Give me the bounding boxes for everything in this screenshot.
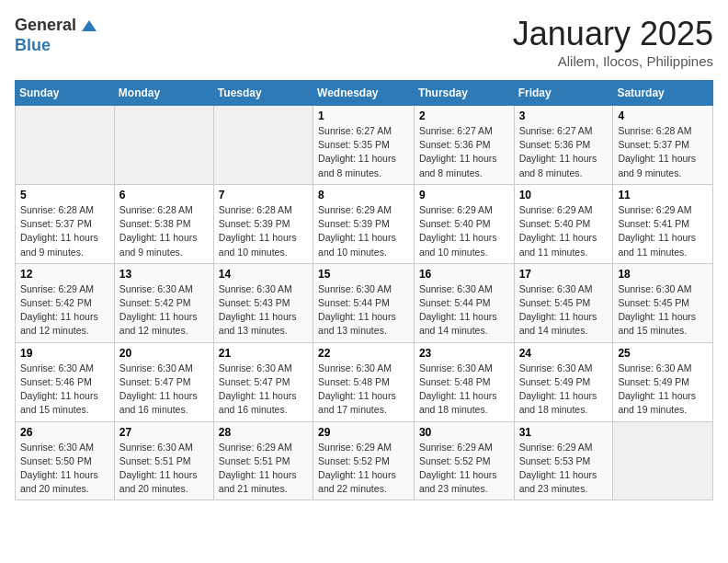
logo-general: General xyxy=(15,16,76,34)
calendar-day-cell: 3Sunrise: 6:27 AMSunset: 5:36 PMDaylight… xyxy=(514,106,613,185)
weekday-header: Wednesday xyxy=(313,81,415,106)
calendar-day-cell: 18Sunrise: 6:30 AMSunset: 5:45 PMDayligh… xyxy=(613,263,713,342)
day-info: Sunrise: 6:28 AMSunset: 5:38 PMDaylight:… xyxy=(119,203,209,259)
calendar-week-row: 12Sunrise: 6:29 AMSunset: 5:42 PMDayligh… xyxy=(16,263,713,342)
day-number: 26 xyxy=(20,426,109,439)
day-number: 27 xyxy=(119,426,209,439)
calendar-day-cell: 22Sunrise: 6:30 AMSunset: 5:48 PMDayligh… xyxy=(313,342,415,421)
day-number: 9 xyxy=(419,189,509,201)
day-number: 24 xyxy=(519,347,609,360)
day-info: Sunrise: 6:29 AMSunset: 5:41 PMDaylight:… xyxy=(618,203,708,259)
logo-blue: Blue xyxy=(15,36,51,54)
day-info: Sunrise: 6:30 AMSunset: 5:49 PMDaylight:… xyxy=(519,362,609,418)
weekday-header: Saturday xyxy=(613,81,713,106)
calendar-day-cell: 31Sunrise: 6:29 AMSunset: 5:53 PMDayligh… xyxy=(514,421,613,500)
day-number: 15 xyxy=(318,268,409,281)
day-info: Sunrise: 6:30 AMSunset: 5:49 PMDaylight:… xyxy=(618,362,708,418)
day-number: 25 xyxy=(618,347,708,360)
day-number: 19 xyxy=(20,347,109,360)
calendar-day-cell: 5Sunrise: 6:28 AMSunset: 5:37 PMDaylight… xyxy=(16,184,115,263)
day-number: 5 xyxy=(20,189,109,201)
day-info: Sunrise: 6:30 AMSunset: 5:47 PMDaylight:… xyxy=(119,362,209,418)
calendar-day-cell: 25Sunrise: 6:30 AMSunset: 5:49 PMDayligh… xyxy=(613,342,713,421)
calendar-day-cell: 8Sunrise: 6:29 AMSunset: 5:39 PMDaylight… xyxy=(313,184,415,263)
day-info: Sunrise: 6:30 AMSunset: 5:50 PMDaylight:… xyxy=(20,441,109,497)
day-number: 6 xyxy=(119,189,209,201)
calendar-header: SundayMondayTuesdayWednesdayThursdayFrid… xyxy=(16,81,713,106)
svg-marker-0 xyxy=(82,20,97,31)
day-info: Sunrise: 6:29 AMSunset: 5:40 PMDaylight:… xyxy=(419,203,509,259)
day-info: Sunrise: 6:30 AMSunset: 5:44 PMDaylight:… xyxy=(318,282,409,339)
calendar-week-row: 26Sunrise: 6:30 AMSunset: 5:50 PMDayligh… xyxy=(16,421,713,500)
calendar-week-row: 1Sunrise: 6:27 AMSunset: 5:35 PMDaylight… xyxy=(16,106,713,185)
day-info: Sunrise: 6:28 AMSunset: 5:39 PMDaylight:… xyxy=(219,203,308,259)
calendar-day-cell: 29Sunrise: 6:29 AMSunset: 5:52 PMDayligh… xyxy=(313,421,415,500)
title-block: January 2025 Alilem, Ilocos, Philippines xyxy=(513,15,713,69)
logo: General Blue xyxy=(15,15,100,55)
calendar-day-cell: 4Sunrise: 6:28 AMSunset: 5:37 PMDaylight… xyxy=(613,106,713,185)
day-number: 1 xyxy=(318,109,409,122)
calendar-day-cell: 23Sunrise: 6:30 AMSunset: 5:48 PMDayligh… xyxy=(414,342,514,421)
day-info: Sunrise: 6:30 AMSunset: 5:42 PMDaylight:… xyxy=(119,282,209,339)
weekday-header: Sunday xyxy=(16,81,115,106)
day-number: 8 xyxy=(318,189,409,201)
day-info: Sunrise: 6:30 AMSunset: 5:47 PMDaylight:… xyxy=(219,362,308,418)
calendar-day-cell: 7Sunrise: 6:28 AMSunset: 5:39 PMDaylight… xyxy=(213,184,313,263)
day-info: Sunrise: 6:30 AMSunset: 5:45 PMDaylight:… xyxy=(618,282,708,339)
weekday-header: Tuesday xyxy=(213,81,313,106)
page-header: General Blue January 2025 Alilem, Ilocos… xyxy=(15,15,713,69)
calendar-day-cell: 13Sunrise: 6:30 AMSunset: 5:42 PMDayligh… xyxy=(114,263,213,342)
day-number: 13 xyxy=(119,268,209,281)
day-number: 28 xyxy=(219,426,308,439)
day-info: Sunrise: 6:29 AMSunset: 5:52 PMDaylight:… xyxy=(419,441,509,497)
day-number: 31 xyxy=(519,426,609,439)
day-number: 3 xyxy=(519,109,609,122)
day-info: Sunrise: 6:29 AMSunset: 5:53 PMDaylight:… xyxy=(519,441,609,497)
day-info: Sunrise: 6:29 AMSunset: 5:52 PMDaylight:… xyxy=(318,441,409,497)
day-number: 14 xyxy=(219,268,308,281)
day-info: Sunrise: 6:30 AMSunset: 5:48 PMDaylight:… xyxy=(318,362,409,418)
day-number: 10 xyxy=(519,189,609,201)
calendar-day-cell: 10Sunrise: 6:29 AMSunset: 5:40 PMDayligh… xyxy=(514,184,613,263)
calendar-day-cell: 6Sunrise: 6:28 AMSunset: 5:38 PMDaylight… xyxy=(114,184,213,263)
day-number: 18 xyxy=(618,268,708,281)
day-info: Sunrise: 6:27 AMSunset: 5:36 PMDaylight:… xyxy=(519,124,609,180)
calendar-table: SundayMondayTuesdayWednesdayThursdayFrid… xyxy=(15,80,713,500)
day-info: Sunrise: 6:27 AMSunset: 5:36 PMDaylight:… xyxy=(419,124,509,180)
calendar-day-cell: 1Sunrise: 6:27 AMSunset: 5:35 PMDaylight… xyxy=(313,106,415,185)
day-info: Sunrise: 6:29 AMSunset: 5:39 PMDaylight:… xyxy=(318,203,409,259)
day-number: 16 xyxy=(419,268,509,281)
day-info: Sunrise: 6:29 AMSunset: 5:40 PMDaylight:… xyxy=(519,203,609,259)
day-number: 2 xyxy=(419,109,509,122)
calendar-day-cell: 14Sunrise: 6:30 AMSunset: 5:43 PMDayligh… xyxy=(213,263,313,342)
weekday-header-row: SundayMondayTuesdayWednesdayThursdayFrid… xyxy=(16,81,713,106)
day-info: Sunrise: 6:27 AMSunset: 5:35 PMDaylight:… xyxy=(318,124,409,180)
day-number: 20 xyxy=(119,347,209,360)
calendar-day-cell xyxy=(16,106,115,185)
calendar-day-cell: 12Sunrise: 6:29 AMSunset: 5:42 PMDayligh… xyxy=(16,263,115,342)
calendar-day-cell: 24Sunrise: 6:30 AMSunset: 5:49 PMDayligh… xyxy=(514,342,613,421)
calendar-day-cell xyxy=(114,106,213,185)
day-info: Sunrise: 6:28 AMSunset: 5:37 PMDaylight:… xyxy=(20,203,109,259)
calendar-day-cell: 9Sunrise: 6:29 AMSunset: 5:40 PMDaylight… xyxy=(414,184,514,263)
day-info: Sunrise: 6:29 AMSunset: 5:51 PMDaylight:… xyxy=(219,441,308,497)
calendar-day-cell xyxy=(613,421,713,500)
weekday-header: Monday xyxy=(114,81,213,106)
calendar-day-cell xyxy=(213,106,313,185)
weekday-header: Thursday xyxy=(414,81,514,106)
calendar-day-cell: 28Sunrise: 6:29 AMSunset: 5:51 PMDayligh… xyxy=(213,421,313,500)
day-info: Sunrise: 6:28 AMSunset: 5:37 PMDaylight:… xyxy=(618,124,708,180)
day-number: 12 xyxy=(20,268,109,281)
day-info: Sunrise: 6:30 AMSunset: 5:44 PMDaylight:… xyxy=(419,282,509,339)
calendar-day-cell: 21Sunrise: 6:30 AMSunset: 5:47 PMDayligh… xyxy=(213,342,313,421)
day-number: 23 xyxy=(419,347,509,360)
day-number: 4 xyxy=(618,109,708,122)
location: Alilem, Ilocos, Philippines xyxy=(513,53,713,69)
day-number: 17 xyxy=(519,268,609,281)
day-info: Sunrise: 6:30 AMSunset: 5:43 PMDaylight:… xyxy=(219,282,308,339)
calendar-day-cell: 16Sunrise: 6:30 AMSunset: 5:44 PMDayligh… xyxy=(414,263,514,342)
day-number: 29 xyxy=(318,426,409,439)
day-info: Sunrise: 6:30 AMSunset: 5:45 PMDaylight:… xyxy=(519,282,609,339)
day-number: 11 xyxy=(618,189,708,201)
calendar-week-row: 5Sunrise: 6:28 AMSunset: 5:37 PMDaylight… xyxy=(16,184,713,263)
